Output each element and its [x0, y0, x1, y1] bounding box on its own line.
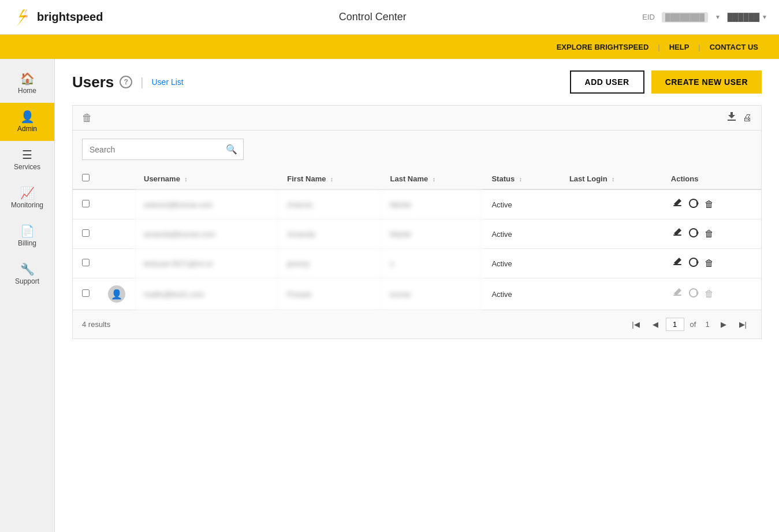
action-icons: 🗑: [671, 197, 752, 212]
row-actions: 🗑: [662, 249, 761, 278]
svg-rect-2: [728, 120, 736, 121]
row-firstname: Antonio: [278, 189, 381, 220]
reset-user-button[interactable]: [687, 197, 700, 212]
select-all-checkbox[interactable]: [82, 174, 90, 181]
search-area: 🔍: [73, 131, 761, 168]
download-button[interactable]: [726, 111, 737, 124]
eid-chevron-icon[interactable]: ▼: [715, 14, 721, 20]
help-link[interactable]: HELP: [660, 43, 699, 51]
toolbar-right: 🖨: [726, 111, 752, 124]
row-lastname: Martel: [381, 220, 483, 249]
svg-rect-5: [673, 235, 681, 236]
table-row: antonio@kumar.com Antonio Martel Active: [73, 189, 761, 220]
sidebar-item-services[interactable]: ☰ Services: [0, 141, 54, 179]
row-checkbox-0[interactable]: [82, 200, 90, 207]
reset-user-button[interactable]: [687, 256, 700, 271]
refresh-icon: [688, 228, 699, 238]
row-username: mailto@test1.com: [135, 278, 278, 310]
row-checkbox-1[interactable]: [82, 229, 90, 237]
edit-user-button[interactable]: [671, 256, 684, 271]
edit-user-button[interactable]: [671, 197, 684, 212]
action-icons: 🗑: [671, 256, 752, 271]
top-header: brightspeed Control Center EID ████████ …: [0, 0, 779, 35]
edit-user-button: [671, 287, 684, 302]
delete-user-button[interactable]: 🗑: [703, 198, 715, 211]
table-toolbar: 🗑 🖨: [73, 106, 761, 131]
edit-user-button[interactable]: [671, 226, 684, 241]
sidebar-label-monitoring: Monitoring: [11, 201, 43, 209]
row-avatar-cell: [99, 189, 135, 220]
eid-label: EID: [642, 13, 655, 21]
header-divider: |: [140, 76, 143, 89]
info-icon[interactable]: ?: [120, 76, 132, 88]
row-actions: 🗑: [662, 278, 761, 310]
page-header: Users ? | User List ADD USER CREATE NEW …: [72, 70, 762, 94]
table-container: 🗑 🖨 🔍: [72, 105, 762, 339]
row-lastname: Martel: [381, 189, 483, 220]
add-user-button[interactable]: ADD USER: [570, 70, 644, 94]
reset-user-button[interactable]: [687, 226, 700, 241]
user-list-tab[interactable]: User List: [151, 77, 183, 87]
prev-page-button[interactable]: ◀: [647, 317, 664, 332]
th-select-all: [73, 168, 99, 189]
svg-rect-9: [673, 295, 681, 296]
row-lastlogin: [560, 249, 662, 278]
logo-area: brightspeed: [12, 7, 103, 28]
sidebar-item-support[interactable]: 🔧 Support: [0, 255, 54, 293]
th-actions: Actions: [662, 168, 761, 189]
sidebar-label-admin: Admin: [17, 125, 37, 133]
services-icon: ☰: [22, 149, 32, 161]
delete-user-button[interactable]: 🗑: [703, 228, 715, 240]
first-page-button[interactable]: |◀: [627, 317, 644, 332]
row-checkbox-2[interactable]: [82, 259, 90, 266]
row-lastlogin: [560, 189, 662, 220]
last-page-button[interactable]: ▶|: [734, 317, 752, 332]
create-new-user-button[interactable]: CREATE NEW USER: [651, 70, 762, 94]
th-status[interactable]: Status ↕: [482, 168, 560, 189]
print-button[interactable]: 🖨: [743, 113, 752, 123]
refresh-icon: [688, 288, 699, 298]
row-firstname: Amanda: [278, 220, 381, 249]
app-title: Control Center: [103, 11, 642, 23]
refresh-icon: [688, 257, 699, 267]
page-title: Users: [72, 73, 114, 91]
page-of-label: of: [690, 320, 696, 329]
search-button[interactable]: 🔍: [220, 139, 243, 159]
th-username[interactable]: Username ↕: [135, 168, 278, 189]
user-dropdown[interactable]: ██████ ▼: [728, 13, 767, 21]
lastlogin-sort-icon: ↕: [612, 176, 614, 183]
eid-value: ████████: [662, 12, 708, 23]
svg-rect-3: [673, 205, 681, 206]
row-lastlogin: [560, 220, 662, 249]
page-number-input[interactable]: [666, 318, 684, 331]
row-checkbox-3[interactable]: [82, 289, 90, 297]
explore-brightspeed-link[interactable]: EXPLORE BRIGHTSPEED: [547, 43, 658, 51]
delete-user-button[interactable]: 🗑: [703, 257, 715, 270]
row-username: amanda@kumar.com: [135, 220, 278, 249]
th-firstname[interactable]: First Name ↕: [278, 168, 381, 189]
row-status: Active: [482, 278, 560, 310]
table-row: amanda@kumar.com Amanda Martel Active: [73, 220, 761, 249]
sidebar-item-home[interactable]: 🏠 Home: [0, 65, 54, 103]
sidebar-item-admin[interactable]: 👤 Admin: [0, 103, 54, 141]
edit-icon: [672, 257, 683, 267]
sidebar-item-billing[interactable]: 📄 Billing: [0, 217, 54, 255]
next-page-button[interactable]: ▶: [715, 317, 732, 332]
th-lastlogin[interactable]: Last Login ↕: [560, 168, 662, 189]
bulk-delete-button[interactable]: 🗑: [82, 112, 92, 124]
monitoring-icon: 📈: [20, 187, 35, 199]
main-content: Users ? | User List ADD USER CREATE NEW …: [55, 59, 779, 532]
row-avatar-cell: 👤: [99, 278, 135, 310]
row-lastlogin: [560, 278, 662, 310]
search-input[interactable]: [83, 140, 220, 159]
th-lastname[interactable]: Last Name ↕: [381, 168, 483, 189]
yellow-nav-bar: EXPLORE BRIGHTSPEED | HELP | CONTACT US: [0, 35, 779, 59]
delete-icon: 🗑: [705, 289, 714, 299]
billing-icon: 📄: [20, 225, 35, 237]
contact-us-link[interactable]: CONTACT US: [700, 43, 767, 51]
table-row: testuser.5571@nt.co jeremy s Active: [73, 249, 761, 278]
delete-icon: 🗑: [705, 199, 714, 209]
table-body: antonio@kumar.com Antonio Martel Active: [73, 189, 761, 310]
sidebar-item-monitoring[interactable]: 📈 Monitoring: [0, 179, 54, 217]
edit-icon: [672, 288, 683, 298]
